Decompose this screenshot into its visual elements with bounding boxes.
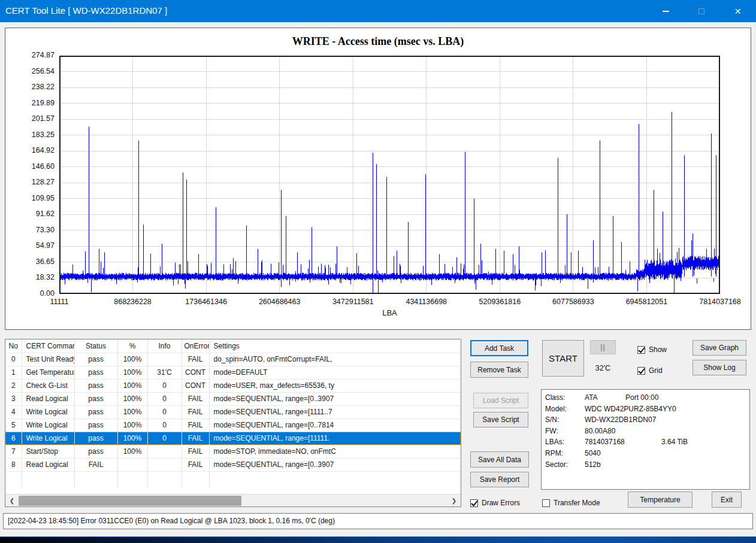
x-tick-label: 6945812051 bbox=[626, 298, 668, 306]
column-header[interactable]: Settings bbox=[209, 339, 461, 353]
drive-info-row: RPM:5040 bbox=[542, 449, 749, 460]
taskbar-strip bbox=[0, 536, 756, 543]
task-cell: Check G-List bbox=[22, 379, 74, 392]
horizontal-scrollbar[interactable]: ❮ ❯ bbox=[5, 494, 461, 506]
column-header[interactable]: No bbox=[5, 339, 22, 353]
task-cell: 100% bbox=[117, 445, 147, 458]
draw-errors-checkbox[interactable]: Draw Errors bbox=[470, 499, 520, 507]
y-tick-label: 36.65 bbox=[9, 257, 55, 266]
column-header[interactable]: Status bbox=[74, 339, 117, 353]
task-cell: mode=STOP, immediate=NO, onFmtC bbox=[209, 445, 461, 458]
window-title: CERT Tool Lite [ WD-WX22DB1RDN07 ] bbox=[5, 5, 167, 16]
task-cell: 31'C bbox=[147, 366, 182, 379]
task-cell: 0 bbox=[147, 379, 182, 392]
chevron-right-icon: ❯ bbox=[452, 498, 456, 504]
x-tick-label: 7814037168 bbox=[699, 298, 741, 306]
task-table-head: NoCERT CommandStatus%InfoOnErrorSettings bbox=[5, 339, 461, 353]
checkbox-icon bbox=[470, 499, 478, 507]
checkbox-label: Transfer Mode bbox=[554, 499, 600, 507]
task-row[interactable]: 7Start/Stoppass100%FAILmode=STOP, immedi… bbox=[5, 445, 461, 458]
load-script-button[interactable]: Load Script bbox=[473, 393, 528, 408]
drive-info-value: WD-WX22DB1RDN07 bbox=[585, 415, 656, 424]
scrollbar-thumb[interactable] bbox=[19, 496, 241, 506]
task-cell: FAIL bbox=[182, 353, 209, 366]
close-icon: ✕ bbox=[734, 7, 742, 16]
scroll-left-button[interactable]: ❮ bbox=[5, 495, 19, 507]
show-checkbox[interactable]: Show bbox=[637, 345, 667, 354]
task-cell: 8 bbox=[5, 458, 22, 471]
task-cell: Write Logical bbox=[22, 405, 74, 418]
save-graph-button[interactable]: Save Graph bbox=[693, 340, 746, 356]
task-cell: CONT bbox=[182, 379, 209, 392]
task-row[interactable]: 4Write Logicalpass100%0FAILmode=SEQUENTI… bbox=[5, 405, 461, 418]
scroll-right-button[interactable]: ❯ bbox=[447, 495, 461, 507]
y-tick-label: 18.32 bbox=[9, 273, 55, 281]
column-header[interactable]: OnError bbox=[182, 339, 209, 353]
task-cell: Write Logical bbox=[22, 418, 74, 432]
task-cell: 100% bbox=[117, 366, 147, 379]
column-header[interactable]: % bbox=[117, 339, 147, 353]
status-bar: [2022-04-23 18:45:50] Error 0311CCE0 (E0… bbox=[3, 513, 753, 529]
empty-cell bbox=[22, 471, 74, 488]
drive-info-row: Model:WDC WD42PURZ-85B4YY0 bbox=[542, 405, 749, 416]
chart-panel: WRITE - Access time (msec vs. LBA) 274.8… bbox=[5, 28, 751, 330]
task-row[interactable]: 1Get Temperaturepass100%31'CCONTmode=DEF… bbox=[5, 366, 461, 379]
x-tick-label: 3472911581 bbox=[332, 298, 374, 306]
x-tick-label: 2604686463 bbox=[259, 298, 301, 306]
remove-task-button[interactable]: Remove Task bbox=[470, 362, 528, 378]
y-tick-label: 0.00 bbox=[9, 289, 55, 298]
pause-button[interactable]: || bbox=[590, 340, 616, 354]
task-cell: Read Logical bbox=[22, 458, 74, 471]
task-row[interactable]: 8Read LogicalFAILFAILmode=SEQUENTIAL, ra… bbox=[5, 458, 461, 471]
drive-info-label: Model: bbox=[545, 405, 567, 413]
save-script-button[interactable]: Save Script bbox=[473, 412, 528, 427]
task-cell: pass bbox=[74, 353, 117, 366]
y-tick-label: 164.92 bbox=[9, 146, 55, 154]
task-row[interactable]: 2Check G-Listpass100%0CONTmode=USER, max… bbox=[5, 379, 461, 392]
save-report-button[interactable]: Save Report bbox=[470, 472, 529, 487]
task-cell: pass bbox=[74, 445, 117, 458]
x-tick-label: 11111 bbox=[50, 298, 68, 306]
x-tick-label: 5209361816 bbox=[479, 298, 521, 306]
drive-info-value: 7814037168 bbox=[585, 438, 625, 446]
task-cell: pass bbox=[74, 432, 117, 445]
empty-cell bbox=[117, 471, 147, 488]
x-axis-title: LBA bbox=[59, 308, 720, 317]
checkbox-icon bbox=[637, 346, 645, 354]
drive-info-label: Class: bbox=[545, 393, 565, 402]
show-log-button[interactable]: Show Log bbox=[693, 360, 746, 375]
task-cell: 1 bbox=[5, 366, 22, 379]
close-button[interactable]: ✕ bbox=[719, 0, 756, 22]
empty-cell bbox=[5, 471, 22, 488]
save-all-data-button[interactable]: Save All Data bbox=[470, 451, 529, 468]
drive-info-row: LBAs:78140371683.64 TiB bbox=[542, 438, 749, 449]
task-cell: 0 bbox=[147, 432, 182, 445]
task-cell: 100% bbox=[117, 418, 147, 432]
task-cell: mode=SEQUENTIAL, range=[1111..7 bbox=[209, 405, 461, 418]
start-button[interactable]: START bbox=[542, 340, 584, 377]
task-row[interactable]: 3Read Logicalpass100%0FAILmode=SEQUENTIA… bbox=[5, 392, 461, 405]
task-cell: 100% bbox=[117, 405, 147, 418]
chart-canvas bbox=[59, 56, 720, 294]
task-row[interactable]: 6Write Logicalpass100%0FAILmode=SEQUENTI… bbox=[5, 432, 461, 445]
task-cell: Read Logical bbox=[22, 392, 74, 405]
transfer-mode-checkbox[interactable]: Transfer Mode bbox=[542, 499, 600, 507]
task-row[interactable]: 5Write Logicalpass100%0FAILmode=SEQUENTI… bbox=[5, 418, 461, 432]
task-row[interactable]: 0Test Unit Readypass100%FAILdo_spin=AUTO… bbox=[5, 353, 461, 366]
exit-button[interactable]: Exit bbox=[712, 492, 742, 508]
temperature-button[interactable]: Temperature bbox=[628, 492, 693, 508]
task-cell: 0 bbox=[147, 392, 182, 405]
task-cell: 0 bbox=[5, 353, 22, 366]
add-task-button[interactable]: Add Task bbox=[470, 340, 528, 356]
minimize-button[interactable] bbox=[648, 0, 684, 22]
column-header[interactable]: Info bbox=[147, 339, 182, 353]
grid-checkbox[interactable]: Grid bbox=[637, 366, 663, 375]
column-header[interactable]: CERT Command bbox=[22, 339, 74, 353]
task-cell: pass bbox=[74, 405, 117, 418]
task-cell: 5 bbox=[5, 418, 22, 432]
empty-row bbox=[5, 471, 461, 488]
maximize-button[interactable] bbox=[684, 0, 719, 22]
drive-info-extra: Port 00:00 bbox=[625, 393, 658, 402]
empty-cell bbox=[74, 471, 117, 488]
task-cell: 0 bbox=[147, 418, 182, 432]
